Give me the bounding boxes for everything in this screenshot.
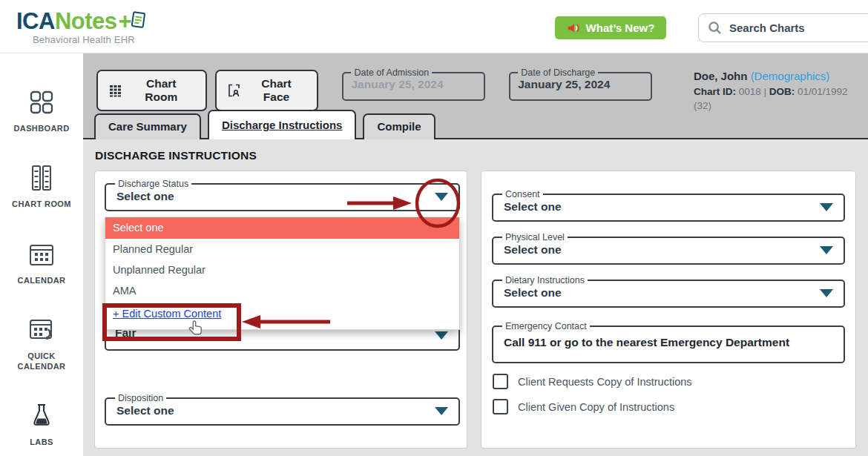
chevron-down-icon[interactable] bbox=[820, 203, 833, 211]
chart-id-value: 0018 bbox=[739, 86, 761, 97]
sidebar-label-labs: LABS bbox=[30, 437, 53, 447]
calendar-icon bbox=[28, 241, 55, 271]
discharge-instructions-content: DISCHARGE INSTRUCTIONS Discharge Status … bbox=[83, 139, 868, 456]
left-nav-sidebar: DASHBOARD CHART ROOM bbox=[0, 53, 83, 456]
chart-tabs: Care Summary Discharge Instructions Comp… bbox=[94, 113, 435, 139]
date-of-admission-field[interactable]: Date of Admission January 25, 2024 bbox=[342, 67, 485, 101]
sidebar-item-chart-room[interactable]: CHART ROOM bbox=[0, 165, 83, 209]
separator: | bbox=[764, 86, 767, 97]
sidebar-item-dashboard[interactable]: DASHBOARD bbox=[0, 89, 83, 133]
dietary-instructions-label: Dietary Instructions bbox=[502, 275, 588, 285]
disposition-select[interactable]: Disposition Select one bbox=[105, 393, 460, 426]
client-given-copy-label: Client Given Copy of Instructions bbox=[518, 401, 674, 413]
chart-toolbar: Chart Room Chart Face Date of Admission bbox=[83, 53, 868, 139]
dropdown-option-unplanned-regular[interactable]: Unplanned Regular bbox=[105, 260, 459, 280]
demographics-link[interactable]: (Demographics) bbox=[751, 70, 830, 82]
client-requests-copy-checkbox[interactable] bbox=[493, 374, 508, 389]
megaphone-icon bbox=[567, 22, 580, 34]
sidebar-label-dashboard: DASHBOARD bbox=[13, 123, 69, 133]
top-header: ICANotes+ Behavioral Health EHR bbox=[0, 0, 868, 53]
discharge-status-dropdown: Select one Planned Regular Unplanned Reg… bbox=[105, 217, 460, 330]
date-of-admission-label: Date of Admission bbox=[351, 67, 432, 78]
tab-care-summary[interactable]: Care Summary bbox=[94, 113, 201, 139]
whats-new-label: What’s New? bbox=[586, 22, 655, 34]
dob-label: DOB: bbox=[769, 86, 795, 97]
date-of-discharge-value: January 25, 2024 bbox=[518, 78, 643, 91]
tab-discharge-instructions[interactable]: Discharge Instructions bbox=[208, 110, 357, 139]
search-icon bbox=[708, 21, 722, 35]
dietary-instructions-value: Select one bbox=[502, 285, 835, 301]
chart-face-button-label: Chart Face bbox=[247, 77, 306, 104]
client-requests-copy-label: Client Requests Copy of Instructions bbox=[518, 376, 692, 388]
client-given-copy-row: Client Given Copy of Instructions bbox=[493, 399, 845, 414]
physical-level-select[interactable]: Physical Level Select one bbox=[492, 232, 845, 265]
logo-wordmark: ICANotes+ bbox=[16, 7, 148, 36]
page-title: DISCHARGE INSTRUCTIONS bbox=[95, 149, 868, 162]
edit-custom-content-row: + Edit Custom Content bbox=[105, 301, 459, 329]
icanotes-app: ICANotes+ Behavioral Health EHR bbox=[0, 0, 868, 456]
icanotes-logo[interactable]: ICANotes+ Behavioral Health EHR bbox=[16, 7, 148, 45]
chart-room-button-label: Chart Room bbox=[128, 77, 194, 104]
date-of-discharge-label: Date of Discharge bbox=[518, 67, 598, 78]
chart-room-button[interactable]: Chart Room bbox=[96, 70, 207, 111]
client-given-copy-checkbox[interactable] bbox=[493, 399, 508, 414]
dropdown-option-ama[interactable]: AMA bbox=[105, 280, 459, 301]
sidebar-label-calendar: CALENDAR bbox=[18, 275, 66, 285]
chevron-down-icon[interactable] bbox=[435, 407, 448, 415]
logo-tagline: Behavioral Health EHR bbox=[33, 34, 148, 45]
discharge-form-left-panel: Discharge Status Select one Select one P… bbox=[94, 171, 467, 449]
logo-text-ica: ICA bbox=[16, 8, 55, 35]
lab-flask-icon bbox=[28, 403, 55, 432]
emergency-contact-field[interactable]: Emergency Contact Call 911 or go to the … bbox=[492, 321, 845, 363]
chevron-down-icon[interactable] bbox=[820, 246, 833, 254]
date-of-discharge-field[interactable]: Date of Discharge January 25, 2024 bbox=[509, 67, 652, 101]
dropdown-option-planned-regular[interactable]: Planned Regular bbox=[105, 239, 459, 260]
chevron-down-icon[interactable] bbox=[820, 289, 833, 297]
patient-info: Doe, John (Demographics) Chart ID: 0018 … bbox=[694, 68, 868, 113]
search-charts-input[interactable] bbox=[729, 22, 848, 34]
discharge-status-select[interactable]: Discharge Status Select one bbox=[105, 179, 460, 211]
sidebar-item-quick-calendar[interactable]: QUICK CALENDAR bbox=[0, 317, 83, 372]
emergency-contact-label: Emergency Contact bbox=[502, 321, 590, 331]
physical-level-value: Select one bbox=[502, 242, 835, 258]
tab-compile[interactable]: Compile bbox=[363, 113, 435, 139]
consent-value: Select one bbox=[502, 199, 835, 215]
whats-new-button[interactable]: What’s New? bbox=[555, 16, 666, 39]
dashboard-icon bbox=[28, 89, 55, 119]
physical-level-label: Physical Level bbox=[502, 232, 568, 242]
consent-select[interactable]: Consent Select one bbox=[492, 189, 845, 222]
sidebar-label-chart-room: CHART ROOM bbox=[12, 199, 71, 209]
date-of-admission-value: January 25, 2024 bbox=[351, 78, 476, 91]
sidebar-item-calendar[interactable]: CALENDAR bbox=[0, 241, 83, 285]
disposition-label: Disposition bbox=[115, 393, 166, 403]
sidebar-label-quick-calendar: QUICK CALENDAR bbox=[15, 351, 68, 372]
sidebar-item-labs[interactable]: LABS bbox=[0, 403, 83, 447]
search-charts-box[interactable] bbox=[698, 13, 868, 42]
emergency-contact-value: Call 911 or go to the nearest Emergency … bbox=[502, 331, 835, 357]
quick-calendar-icon bbox=[28, 317, 55, 346]
discharge-status-value: Select one bbox=[115, 189, 450, 205]
logo-text-notes: Notes bbox=[55, 8, 117, 35]
patient-name: Doe, John bbox=[694, 70, 748, 82]
logo-document-icon bbox=[128, 10, 148, 36]
chart-id-label: Chart ID: bbox=[694, 86, 736, 97]
chart-face-button[interactable]: Chart Face bbox=[215, 70, 319, 111]
file-cabinets-icon bbox=[28, 165, 55, 194]
consent-label: Consent bbox=[502, 189, 543, 199]
edit-custom-content-link[interactable]: + Edit Custom Content bbox=[113, 308, 221, 320]
discharge-form-right-panel: Consent Select one Physical Level Select… bbox=[481, 171, 856, 449]
chevron-down-icon[interactable] bbox=[435, 193, 448, 201]
chart-room-grid-icon bbox=[109, 85, 122, 97]
client-requests-copy-row: Client Requests Copy of Instructions bbox=[493, 374, 845, 389]
chart-face-icon bbox=[228, 84, 240, 97]
disposition-value: Select one bbox=[115, 403, 450, 419]
dropdown-option-select-one[interactable]: Select one bbox=[105, 217, 459, 239]
dietary-instructions-select[interactable]: Dietary Instructions Select one bbox=[492, 275, 845, 308]
discharge-status-label: Discharge Status bbox=[115, 179, 191, 189]
chevron-down-icon[interactable] bbox=[435, 331, 448, 340]
